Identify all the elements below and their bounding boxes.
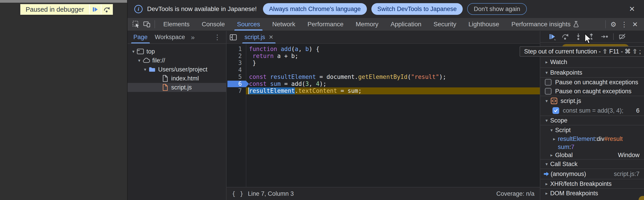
tab-network[interactable]: Network <box>266 18 302 30</box>
code-line-2[interactable]: 2 return a + b; <box>226 53 540 59</box>
section-breakpoints[interactable]: ▾ Breakpoints <box>540 68 644 78</box>
tab-label: Security <box>434 21 456 28</box>
tab-memory[interactable]: Memory <box>350 18 384 30</box>
tab-page[interactable]: Page <box>130 31 151 43</box>
expanded-caret-icon[interactable]: ▾ <box>142 67 148 72</box>
tab-application[interactable]: Application <box>384 18 428 30</box>
tree-item-users-user-project[interactable]: ▾Users/user/project <box>128 65 226 74</box>
tab-workspace[interactable]: Workspace <box>151 31 189 43</box>
scope-script-row[interactable]: ▾ Script <box>540 125 644 135</box>
var-name: sum <box>558 144 569 151</box>
panel-tabs: ElementsConsoleSourcesNetworkPerformance… <box>157 18 585 30</box>
collapsed-caret-icon[interactable]: ▸ <box>551 136 558 142</box>
line-number[interactable]: 4 <box>226 66 246 73</box>
device-toolbar-icon[interactable] <box>142 19 152 30</box>
global-label: Global <box>555 152 573 159</box>
line-number[interactable]: 1 <box>226 46 246 53</box>
pause-caught-checkbox[interactable] <box>545 88 552 95</box>
code-line-4[interactable]: 4 <box>226 66 540 73</box>
editor-tab-strip: script.js ✕ <box>226 31 540 44</box>
tree-item-index-html[interactable]: index.html <box>128 74 226 83</box>
always-match-language-button[interactable]: Always match Chrome's language <box>263 3 367 15</box>
switch-devtools-japanese-button[interactable]: Switch DevTools to Japanese <box>371 3 463 15</box>
more-options-icon[interactable]: ⋮ <box>619 19 630 30</box>
collapsed-caret-icon[interactable]: ▸ <box>543 191 550 196</box>
code-line-5[interactable]: 5const resultElement = document.getEleme… <box>226 73 540 80</box>
line-number[interactable]: 7 <box>226 87 246 94</box>
call-stack-frame[interactable]: (anonymous) script.js:7 <box>540 169 644 179</box>
step-out-icon[interactable] <box>587 32 596 41</box>
tree-item-label: file:// <box>152 57 165 64</box>
tree-item-file-[interactable]: ▾file:// <box>128 56 226 65</box>
toggle-navigator-icon[interactable] <box>226 31 240 43</box>
scope-label: Scope <box>550 117 568 124</box>
close-devtools-icon[interactable]: ✕ <box>630 19 640 30</box>
resume-script-icon[interactable] <box>548 32 556 41</box>
code-line-6[interactable]: 6const sum = add(3, 4); <box>226 80 540 87</box>
file-html-icon <box>161 75 169 82</box>
step-into-icon[interactable] <box>574 32 582 41</box>
dont-show-again-button[interactable]: Don't show again <box>467 3 526 15</box>
section-call-stack[interactable]: ▾ Call Stack <box>540 159 644 169</box>
step-over-icon[interactable] <box>101 4 112 14</box>
var-name: resultElement <box>558 136 595 143</box>
breakpoint-file-group[interactable]: ▾ script.js <box>540 96 644 106</box>
deactivate-breakpoints-icon[interactable] <box>618 32 627 41</box>
expanded-caret-icon[interactable]: ▾ <box>543 70 550 75</box>
toolbar-divider <box>605 20 606 28</box>
code-line-3[interactable]: 3 } <box>226 59 540 66</box>
navigator-more-options-icon[interactable]: ⋮ <box>211 31 224 43</box>
scope-global-row[interactable]: ▸ Global Window <box>540 151 644 159</box>
file-tree: ▾top▾file://▾Users/user/projectindex.htm… <box>128 44 226 92</box>
expanded-caret-icon[interactable]: ▾ <box>548 127 555 133</box>
code-line-7[interactable]: 7resultElement.textContent = sum; <box>226 87 540 94</box>
cloud-icon <box>142 57 150 63</box>
tree-item-top[interactable]: ▾top <box>128 47 226 56</box>
collapsed-caret-icon[interactable]: ▸ <box>543 59 550 65</box>
tab-performance[interactable]: Performance <box>302 18 350 30</box>
more-tabs-icon[interactable]: » <box>189 31 197 43</box>
tab-performance-insights[interactable]: Performance insights <box>505 18 585 30</box>
expanded-caret-icon[interactable]: ▾ <box>543 118 550 123</box>
code-line-1[interactable]: 1function add(a, b) { <box>226 46 540 53</box>
tab-console[interactable]: Console <box>196 18 231 30</box>
breakpoint-entry[interactable]: const sum = add(3, 4); 6 <box>540 106 644 116</box>
notification-close-icon[interactable]: ✕ <box>627 5 637 13</box>
settings-gear-icon[interactable]: ⚙ <box>608 19 619 30</box>
step-out-tooltip: Step out of current function - ⇧ F11 - ⌘… <box>520 46 644 57</box>
line-number[interactable]: 2 <box>226 53 246 59</box>
tab-security[interactable]: Security <box>428 18 462 30</box>
expanded-caret-icon[interactable]: ▾ <box>130 49 136 54</box>
breakpoint-marker[interactable]: 6 <box>226 80 246 87</box>
inspect-element-icon[interactable] <box>131 19 142 30</box>
step-over-icon[interactable] <box>561 32 570 41</box>
collapsed-caret-icon[interactable]: ▸ <box>543 181 550 187</box>
scope-var-resultelement[interactable]: ▸ resultElement: div#result <box>540 135 644 143</box>
close-tab-icon[interactable]: ✕ <box>269 34 274 40</box>
tab-elements[interactable]: Elements <box>157 18 196 30</box>
breakpoints-label: Breakpoints <box>550 69 582 76</box>
step-icon[interactable] <box>600 32 609 41</box>
tab-label: Lighthouse <box>468 21 499 28</box>
line-number[interactable]: 5 <box>226 73 246 80</box>
pretty-print-icon[interactable]: { } <box>232 190 244 197</box>
resume-script-icon[interactable] <box>89 4 101 14</box>
collapsed-caret-icon[interactable]: ▸ <box>548 152 555 158</box>
tab-lighthouse[interactable]: Lighthouse <box>462 18 505 30</box>
section-scope[interactable]: ▾ Scope <box>540 116 644 125</box>
tab-sources[interactable]: Sources <box>231 18 266 30</box>
pause-uncaught-checkbox[interactable] <box>545 79 552 86</box>
expanded-caret-icon[interactable]: ▾ <box>543 98 550 104</box>
scope-var-sum[interactable]: sum: 7 <box>540 143 644 151</box>
breakpoint-checkbox[interactable] <box>552 107 559 114</box>
line-number[interactable]: 3 <box>226 59 246 66</box>
expanded-caret-icon[interactable]: ▾ <box>136 58 142 63</box>
editor-tab-scriptjs[interactable]: script.js ✕ <box>240 31 278 43</box>
tree-item-script-js[interactable]: script.js <box>128 83 226 92</box>
expanded-caret-icon[interactable]: ▾ <box>543 161 550 167</box>
section-watch[interactable]: ▸ Watch <box>540 57 644 68</box>
code-editor[interactable]: 1function add(a, b) {2 return a + b;3 }4… <box>226 44 540 187</box>
tab-label: Performance <box>308 21 344 28</box>
section-dom-breakpoints[interactable]: ▸ DOM Breakpoints <box>540 188 644 198</box>
section-xhr-breakpoints[interactable]: ▸ XHR/fetch Breakpoints <box>540 179 644 188</box>
